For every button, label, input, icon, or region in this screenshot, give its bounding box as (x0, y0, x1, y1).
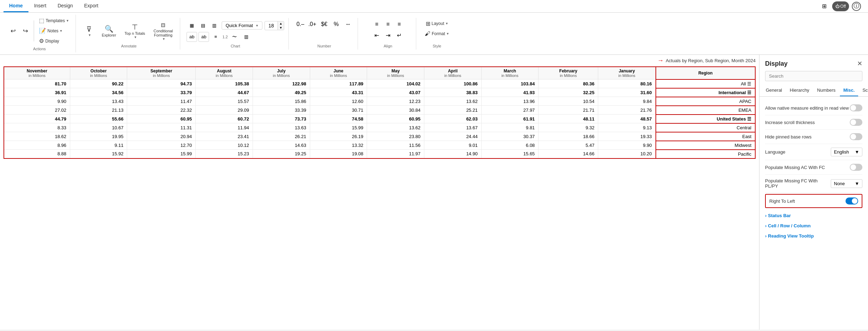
dropdown-arrow-icon: ▼ (855, 149, 859, 155)
tab-scripting[interactable]: Scripting (859, 85, 868, 96)
cell: 43.31 (310, 88, 367, 97)
wrap-icon[interactable]: ↵ (394, 31, 405, 40)
cell: 15.65 (481, 150, 539, 158)
conditional-btn[interactable]: ⧈ Conditional Formatting ▼ (151, 19, 176, 42)
ribbon: Home Insert Design Export ⊞ ⏻ Off ⓘ ↩ ↪ (0, 0, 868, 55)
cell: 33.79 (127, 88, 196, 97)
cell: 19.95 (70, 132, 127, 141)
chevron-right-icon: › (765, 213, 766, 218)
spinbox-btns: ▲ ▼ (278, 21, 284, 30)
tab-insert[interactable]: Insert (28, 0, 52, 12)
region-cell: Central (656, 123, 755, 132)
number-decimal-icon[interactable]: 0.– (295, 19, 306, 29)
cell: 100.86 (424, 79, 482, 88)
chart-col-icon[interactable]: ▥ (209, 21, 220, 31)
chart-bar-icon[interactable]: ▤ (198, 21, 208, 31)
language-dropdown[interactable]: English ▼ (831, 148, 862, 156)
font-ab2-icon[interactable]: ab (198, 32, 209, 42)
cell: 25.21 (424, 106, 482, 115)
cell-row-col-section[interactable]: › Cell / Row / Column (765, 220, 862, 230)
table-row: 36.91 34.56 33.79 44.67 49.25 43.31 43.0… (4, 88, 755, 97)
right-to-left-toggle[interactable] (846, 197, 858, 205)
allow-native-label: Allow native measure editing in read vie… (765, 105, 850, 111)
language-label: Language (765, 149, 831, 155)
tab-numbers[interactable]: Numbers (814, 85, 839, 96)
display-btn[interactable]: ⚙ Display (37, 37, 71, 45)
indent-right-icon[interactable]: ⇥ (383, 31, 393, 40)
undo-btn[interactable]: ↩ (8, 26, 19, 36)
table-container[interactable]: Novemberin Millions Octoberin Millions S… (0, 66, 759, 330)
cell: 27.97 (481, 106, 539, 115)
missing-fc-dropdown[interactable]: None ▼ (831, 179, 862, 188)
spinbox-down[interactable]: ▼ (278, 26, 284, 30)
currency-icon[interactable]: $€ (319, 19, 329, 29)
table-row: 9.90 13.43 11.47 15.57 15.86 12.60 12.23… (4, 97, 755, 106)
cell: 10.20 (598, 150, 656, 158)
tab-hierarchy[interactable]: Hierarchy (786, 85, 813, 96)
explorer-btn[interactable]: 🔍 Explorer (99, 23, 119, 39)
cell: 14.66 (539, 150, 598, 158)
panel-close-btn[interactable]: ✕ (857, 60, 862, 67)
status-bar-section[interactable]: › Status Bar (765, 209, 862, 220)
table-title: Actuals by Region, Sub Region, Month 202… (666, 58, 756, 63)
hide-pinned-toggle[interactable] (850, 133, 862, 140)
chart-line-icon[interactable]: ≡ (210, 32, 221, 42)
missing-ac-toggle[interactable] (850, 164, 862, 171)
cell: 41.93 (481, 88, 539, 97)
cell: 13.43 (70, 97, 127, 106)
col-oct: Octoberin Millions (70, 67, 127, 79)
chart-type-icon[interactable]: ▦ (187, 21, 197, 31)
ribbon-group-style: ⊞ Layout ▼ 🖌 Format ▼ Style (418, 18, 456, 50)
info-icon[interactable]: ⓘ (852, 2, 861, 11)
align-left-icon[interactable]: ≡ (372, 19, 382, 29)
tab-export[interactable]: Export (79, 0, 104, 12)
reading-view-section[interactable]: › Reading View Tooltip (765, 230, 862, 240)
chart-bars-icon[interactable]: ▥ (241, 32, 252, 42)
cell: 15.23 (196, 150, 253, 158)
arrows-icon[interactable]: ↔ (343, 19, 353, 29)
tab-home[interactable]: Home (4, 0, 28, 12)
cell: 8.33 (4, 123, 70, 132)
cell: 13.96 (481, 97, 539, 106)
font-size-spinbox[interactable]: ▲ ▼ (265, 21, 284, 30)
font-ab-icon[interactable]: ab (187, 32, 197, 42)
cell: 31.60 (598, 88, 656, 97)
redo-btn[interactable]: ↪ (20, 26, 31, 36)
search-input[interactable] (765, 71, 862, 81)
font-size-input[interactable] (265, 22, 278, 29)
section-label3: Reading View Tooltip (768, 233, 814, 239)
align-right-icon[interactable]: ≡ (383, 19, 393, 29)
layout-btn[interactable]: ⊞ Layout ▼ (424, 19, 451, 28)
notes-btn[interactable]: 📝 Notes ▼ (37, 26, 71, 35)
topn-btn[interactable]: ⊤ Top n Totals ▼ (122, 21, 148, 40)
quick-format-btn[interactable]: Quick Format ▼ (222, 21, 262, 30)
scroll-thickness-toggle[interactable] (850, 119, 862, 126)
templates-btn[interactable]: ⬚ Templates ▼ (37, 16, 71, 25)
format-btn[interactable]: 🖌 Format ▼ (423, 30, 451, 38)
cell: 10.12 (196, 141, 253, 150)
cell: 21.13 (70, 106, 127, 115)
actions-label: Actions (33, 45, 46, 51)
filter-btn[interactable]: ⊽ ▼ (82, 24, 96, 38)
cell: 103.84 (481, 79, 539, 88)
indent-left-icon[interactable]: ⇤ (372, 31, 382, 40)
power-icon[interactable]: ⏻ Off (832, 1, 849, 11)
tab-general[interactable]: General (762, 85, 785, 96)
align-center-icon[interactable]: ≡ (394, 19, 405, 29)
spinbox-up[interactable]: ▲ (278, 21, 284, 26)
cell: 11.31 (127, 123, 196, 132)
right-to-left-label: Right To Left (769, 199, 846, 204)
number-plus-icon[interactable]: .0+ (307, 19, 318, 29)
col-feb: Februaryin Millions (539, 67, 598, 79)
allow-native-toggle[interactable] (850, 104, 862, 111)
tab-design[interactable]: Design (52, 0, 79, 12)
tab-misc[interactable]: Misc. (840, 85, 859, 96)
chart-wave-icon[interactable]: 〜 (229, 32, 240, 42)
percent-icon[interactable]: % (331, 19, 341, 29)
cell: 21.71 (539, 106, 598, 115)
grid-icon[interactable]: ⊞ (819, 1, 829, 11)
cell: 62.03 (424, 115, 482, 123)
panel-tabs: General Hierarchy Numbers Misc. Scriptin… (759, 85, 868, 97)
cell: 24.44 (424, 132, 482, 141)
cell: 14.90 (424, 150, 482, 158)
